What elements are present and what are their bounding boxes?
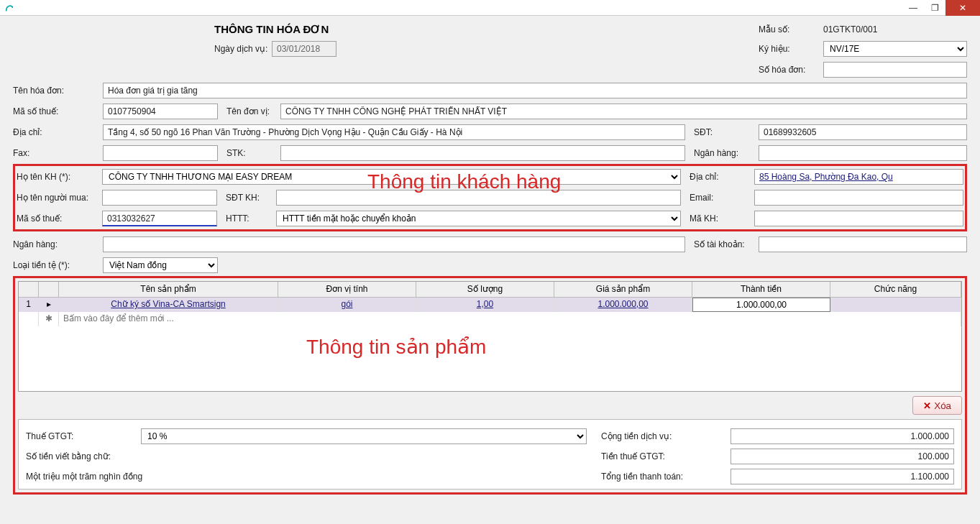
cell-name[interactable]: Chữ ký số Vina-CA Smartsign bbox=[59, 298, 278, 312]
table-row[interactable]: 1 ▸ Chữ ký số Vina-CA Smartsign gói 1,00… bbox=[19, 298, 961, 312]
cell-qty[interactable]: 1,00 bbox=[416, 298, 554, 312]
service-date-input bbox=[272, 41, 336, 57]
col-qty: Số lượng bbox=[416, 282, 554, 297]
label-cust-code: Mã KH: bbox=[690, 213, 754, 224]
subtotal-input[interactable] bbox=[731, 428, 954, 444]
invoice-name-input[interactable] bbox=[103, 83, 967, 98]
maximize-button[interactable]: ❐ bbox=[924, 0, 945, 16]
label-fax: Fax: bbox=[13, 148, 103, 158]
col-price: Giá sản phẩm bbox=[554, 282, 692, 297]
page-title: THÔNG TIN HÓA ĐƠN bbox=[214, 23, 329, 36]
new-row-text: Bấm vào đây để thêm mới ... bbox=[59, 312, 961, 326]
label-cust-addr: Địa chỉ: bbox=[690, 172, 754, 182]
new-row-icon: ✱ bbox=[39, 312, 59, 326]
buyer-input[interactable] bbox=[102, 190, 217, 206]
label-total: Tổng tiền thanh toán: bbox=[601, 472, 731, 482]
cell-unit[interactable]: gói bbox=[278, 298, 416, 312]
app-icon bbox=[4, 3, 14, 13]
label-cust-phone: SĐT KH: bbox=[226, 193, 276, 203]
label-cust-tax: Mã số thuế: bbox=[17, 213, 102, 224]
content: THÔNG TIN HÓA ĐƠN Mẫu số: 01GTKT0/001 Ng… bbox=[0, 16, 980, 524]
label-invoice-no: Số hóa đơn: bbox=[759, 65, 823, 75]
totals-panel: Thuế GTGT: 10 % Cộng tiền dịch vụ: Số ti… bbox=[18, 419, 962, 489]
label-invoice-name: Tên hóa đơn: bbox=[13, 86, 103, 96]
cell-price[interactable]: 1.000.000,00 bbox=[554, 298, 692, 312]
close-button[interactable]: ✕ bbox=[945, 0, 980, 16]
label-bank: Ngân hàng: bbox=[694, 148, 759, 158]
symbol-select[interactable]: NV/17E bbox=[823, 41, 967, 57]
label-tax-code: Mã số thuế: bbox=[13, 106, 103, 116]
cust-code-input[interactable] bbox=[754, 211, 963, 226]
titlebar: — ❐ ✕ bbox=[0, 0, 980, 16]
inwords-value: Một triệu một trăm nghìn đồng bbox=[26, 472, 587, 482]
template-value: 01GTKT0/001 bbox=[823, 24, 967, 35]
row-indicator-icon: ▸ bbox=[39, 298, 59, 312]
delete-button[interactable]: ✕ Xóa bbox=[912, 396, 962, 415]
phone-input[interactable] bbox=[759, 124, 967, 140]
col-unit: Đơn vị tính bbox=[278, 282, 416, 297]
product-section: Tên sản phẩm Đơn vị tính Số lượng Giá sả… bbox=[13, 276, 967, 495]
total-input[interactable] bbox=[731, 469, 954, 484]
x-icon: ✕ bbox=[923, 400, 931, 411]
invoice-no-input[interactable] bbox=[823, 62, 967, 78]
label-subtotal: Cộng tiền dịch vụ: bbox=[601, 431, 731, 441]
label-paytype: HTTT: bbox=[226, 213, 276, 224]
product-grid: Tên sản phẩm Đơn vị tính Số lượng Giá sả… bbox=[18, 281, 962, 392]
label-inwords: Số tiền viết bằng chữ: bbox=[26, 451, 587, 461]
label-vat-amount: Tiền thuế GTGT: bbox=[601, 451, 731, 461]
cust-tax-input[interactable] bbox=[102, 211, 217, 226]
customer-section: Thông tin khách hàng Họ tên KH (*): CÔNG… bbox=[13, 164, 967, 231]
label-vat: Thuế GTGT: bbox=[26, 431, 141, 441]
email-input[interactable] bbox=[754, 190, 963, 206]
label-buyer: Họ tên người mua: bbox=[17, 193, 102, 203]
bank2-input[interactable] bbox=[103, 236, 685, 252]
tax-code-input[interactable] bbox=[103, 104, 218, 119]
vat-amount-input[interactable] bbox=[731, 449, 954, 464]
row-num: 1 bbox=[19, 298, 39, 312]
label-template: Mẫu số: bbox=[759, 24, 823, 35]
cell-amount[interactable]: 1.000.000,00 bbox=[692, 298, 830, 312]
cust-phone-input[interactable] bbox=[276, 190, 681, 206]
label-currency: Loại tiền tệ (*): bbox=[13, 260, 103, 270]
address-input[interactable] bbox=[103, 124, 685, 140]
label-bank2: Ngân hàng: bbox=[13, 239, 103, 249]
col-amount: Thành tiền bbox=[692, 282, 830, 297]
acc2-input[interactable] bbox=[759, 236, 967, 252]
minimize-button[interactable]: — bbox=[902, 0, 924, 16]
label-company: Tên đơn vị: bbox=[226, 106, 280, 116]
label-bankacc: STK: bbox=[226, 148, 280, 158]
cust-addr-input[interactable] bbox=[754, 169, 963, 185]
label-acc2: Số tài khoản: bbox=[694, 239, 759, 249]
company-input[interactable] bbox=[280, 104, 967, 119]
label-address: Địa chỉ: bbox=[13, 127, 103, 137]
annotation-product: Thông tin sản phẩm bbox=[306, 335, 486, 359]
new-row[interactable]: ✱ Bấm vào đây để thêm mới ... bbox=[19, 312, 961, 326]
paytype-select[interactable]: HTTT tiền mặt hoặc chuyển khoản bbox=[276, 211, 681, 226]
label-service-date: Ngày dịch vụ: bbox=[214, 44, 272, 54]
label-email: Email: bbox=[690, 193, 754, 203]
label-cust-name: Họ tên KH (*): bbox=[17, 172, 102, 182]
cust-name-select[interactable]: CÔNG TY TNHH THƯƠNG MẠI EASY DREAM bbox=[102, 169, 681, 185]
currency-select[interactable]: Việt Nam đồng bbox=[103, 257, 218, 273]
label-symbol: Ký hiệu: bbox=[759, 44, 823, 54]
vat-select[interactable]: 10 % bbox=[141, 428, 587, 444]
bank-input[interactable] bbox=[759, 145, 967, 161]
fax-input[interactable] bbox=[103, 145, 218, 161]
col-func: Chức năng bbox=[830, 282, 961, 297]
bankacc-input[interactable] bbox=[280, 145, 685, 161]
col-name: Tên sản phẩm bbox=[59, 282, 278, 297]
label-phone: SĐT: bbox=[694, 127, 759, 137]
